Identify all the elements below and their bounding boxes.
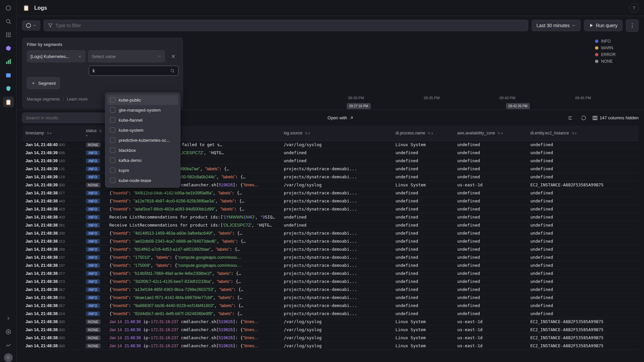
table-row[interactable]: Jan 14, 21:48:38.000NONEJan 14 21:48:38 … [22, 326, 639, 334]
column-header[interactable]: log.source ⇅ ▾ [280, 126, 392, 141]
column-header[interactable]: dt.entity.ec2_instance ⇅ ▾ [527, 126, 639, 141]
segment-option[interactable]: predictive-kubernetes-sc... [107, 135, 178, 145]
nav-home-icon[interactable] [3, 3, 14, 13]
nav-avatar-icon[interactable]: G [4, 353, 13, 362]
table-row[interactable]: Jan 14, 21:48:38.443INFO{"insertId": "a1… [22, 197, 639, 205]
table-row[interactable]: Jan 14, 21:48:38.059INFO{"insertId": "de… [22, 294, 639, 302]
histogram-chart[interactable]: 09:27:16 PM 09:42:26 PM 09:30 PM 09:35 P… [348, 38, 591, 109]
legend-dot [595, 46, 598, 50]
column-header[interactable]: status ⇅ ▾ [83, 126, 106, 141]
nav-expand-icon[interactable] [3, 313, 14, 324]
filter-icon [48, 23, 53, 28]
svg-marker-18 [48, 24, 52, 27]
segment-option[interactable]: kube-public [107, 95, 178, 105]
table-row[interactable]: Jan 14, 21:48:38.197INFO{"insertId": "17… [22, 253, 639, 261]
segment-option[interactable]: kube-system [107, 125, 178, 135]
segments-title: Filter by segments [27, 42, 178, 47]
table-row[interactable]: Jan 14, 21:48:38.288INFO{"insertId": "fd… [22, 245, 639, 253]
legend-item[interactable]: WARN [595, 46, 639, 50]
nav-apps-icon[interactable] [3, 29, 14, 40]
add-segment-button[interactable]: ＋ Segment [27, 77, 60, 89]
segment-option[interactable]: kube-node-lease [107, 175, 178, 185]
chart-legend: INFOWARNERRORNONE [595, 38, 639, 109]
svg-line-2 [9, 22, 11, 24]
top-bar: 📋 Logs ? [17, 0, 644, 16]
table-row[interactable]: Jan 14, 21:48:38.313INFO{"insertId": "ae… [22, 237, 639, 245]
table-row[interactable]: Jan 14, 21:48:38.000NONEJan 14 21:48:38 … [22, 318, 639, 326]
segment-value-select[interactable]: Select value [88, 50, 165, 62]
column-header[interactable]: aws.availability_zone ⇅ ▾ [454, 126, 527, 141]
search-results-input[interactable] [22, 113, 116, 123]
nav-shield-icon[interactable] [3, 83, 14, 94]
table-row[interactable]: Jan 14, 21:48:38.073INFO{"insertId": "3d… [22, 278, 639, 286]
table-row[interactable]: Jan 14, 21:48:38.000NONEJan 14 21:48:38 … [22, 334, 639, 342]
table-row[interactable]: Jan 14, 21:48:38.197INFO{"insertId": "17… [22, 261, 639, 269]
time-range-button[interactable]: Last 30 minutes [532, 20, 581, 31]
chevron-down-icon [78, 54, 82, 58]
time-cursor-start: 09:27:16 PM [347, 103, 371, 109]
segment-type-select[interactable]: [Logs] Kubernetes... [27, 50, 86, 62]
time-axis-label: 09:35 PM [424, 96, 440, 100]
nav-analytics-icon[interactable] [3, 340, 14, 351]
table-row[interactable]: Jan 14, 21:48:38.057INFO{"insertId": "9a… [22, 302, 639, 310]
checkbox-icon [110, 158, 115, 163]
manage-segments-link[interactable]: Manage segments [27, 97, 64, 102]
segment-option[interactable]: blackbox [107, 145, 178, 155]
legend-item[interactable]: INFO [595, 39, 639, 44]
checkbox-icon [110, 137, 115, 143]
svg-rect-13 [8, 60, 9, 64]
column-header[interactable]: dt.process.name ⇅ ▾ [392, 126, 454, 141]
table-row[interactable]: Jan 14, 21:48:38.000NONEJan 14 21:48:38 … [22, 342, 639, 350]
table-row[interactable]: Jan 14, 21:48:38.381INFOReceive ListReco… [22, 221, 639, 229]
nav-logs-icon[interactable]: 📋 [3, 97, 14, 107]
segment-option[interactable]: gke-managed-system [107, 105, 178, 115]
more-menu-button[interactable]: ⋮ [626, 19, 639, 32]
nav-calendar-icon[interactable] [3, 70, 14, 80]
open-with-button[interactable]: Open with [328, 115, 354, 120]
refresh-icon[interactable] [579, 113, 588, 123]
svg-rect-10 [8, 36, 9, 37]
query-bar: Last 30 minutes Run query ⋮ [17, 16, 644, 35]
legend-dot [595, 40, 598, 43]
chevron-down-icon [572, 23, 576, 27]
table-row[interactable]: Jan 14, 21:48:38.403INFOReceive ListReco… [22, 213, 639, 221]
svg-rect-15 [6, 73, 11, 77]
legend-item[interactable]: NONE [595, 59, 639, 64]
filter-input[interactable] [55, 23, 524, 28]
checkbox-icon [110, 178, 115, 183]
run-query-button[interactable]: Run query [584, 20, 623, 31]
segment-cube-button[interactable] [22, 20, 40, 31]
table-row[interactable]: Jan 14, 21:48:38.677INFO{"insertId": "84… [22, 189, 639, 197]
svg-rect-14 [9, 59, 11, 64]
segment-remove-button[interactable]: ✕ [168, 50, 178, 62]
table-row[interactable]: Jan 14, 21:48:38.014INFO{"insertId": "82… [22, 310, 639, 318]
time-cursor-end: 09:42:26 PM [506, 103, 530, 109]
table-row[interactable]: Jan 14, 21:48:38.077INFO{"insertId": "b1… [22, 269, 639, 278]
nav-settings-icon[interactable] [3, 326, 14, 337]
search-icon [170, 68, 175, 73]
table-row[interactable]: Jan 14, 21:48:38.429INFO{"insertId": "ad… [22, 205, 639, 213]
svg-marker-19 [590, 24, 593, 27]
help-icon[interactable]: ? [629, 3, 639, 13]
table-row[interactable]: Jan 14, 21:48:38.330INFO{"insertId": "4d… [22, 229, 639, 237]
segment-search-input[interactable] [93, 68, 170, 73]
column-header[interactable]: timestamp ⇅ ▾ [22, 126, 83, 141]
segment-option[interactable]: kube-flannel [107, 115, 178, 125]
format-icon[interactable] [566, 113, 575, 123]
legend-dot [595, 60, 598, 63]
svg-line-21 [173, 71, 174, 72]
svg-point-17 [6, 329, 11, 334]
columns-hidden-button[interactable]: 147 columns hidden [592, 115, 639, 121]
nav-chart-icon[interactable] [3, 56, 14, 67]
filter-input-wrap[interactable] [44, 20, 528, 31]
chevron-down-icon [33, 23, 37, 27]
nav-search-icon[interactable] [3, 16, 14, 27]
segment-option[interactable]: kafka-demo [107, 155, 178, 165]
learn-more-link[interactable]: Learn more [67, 97, 88, 102]
svg-rect-8 [9, 35, 10, 36]
table-row[interactable]: Jan 14, 21:48:38.067INFO{"insertId": "a1… [22, 286, 639, 294]
chevron-up-icon [157, 54, 161, 58]
segment-option[interactable]: kspm [107, 165, 178, 175]
legend-item[interactable]: ERROR [595, 52, 639, 57]
nav-cube-icon[interactable] [3, 43, 14, 54]
